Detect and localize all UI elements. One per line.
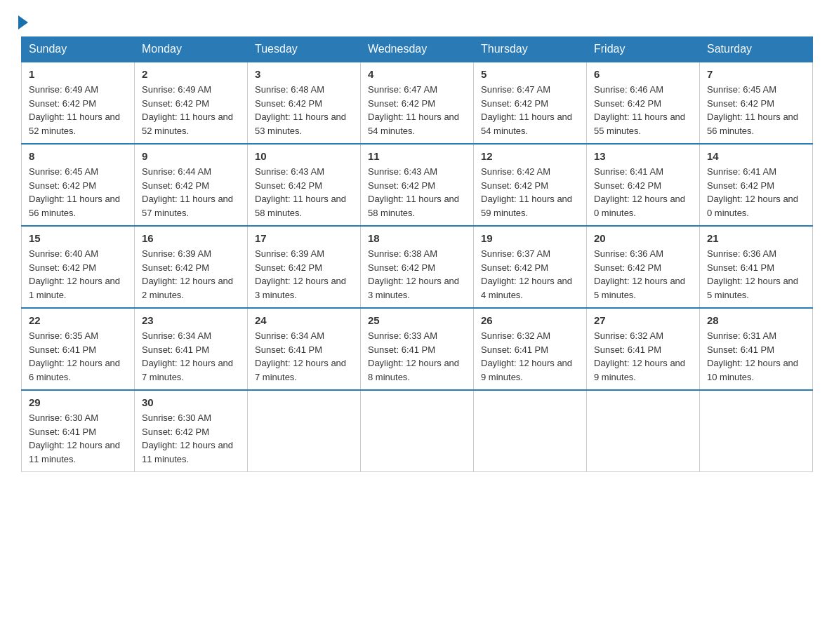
day-number: 23 [142,314,240,326]
calendar-cell: 10 Sunrise: 6:43 AM Sunset: 6:42 PM Dayl… [248,144,361,226]
calendar-cell: 16 Sunrise: 6:39 AM Sunset: 6:42 PM Dayl… [135,226,248,308]
weekday-header-saturday: Saturday [700,37,813,62]
day-info: Sunrise: 6:43 AM Sunset: 6:42 PM Dayligh… [255,165,353,220]
calendar-week-row-3: 15 Sunrise: 6:40 AM Sunset: 6:42 PM Dayl… [22,226,813,308]
calendar-cell: 30 Sunrise: 6:30 AM Sunset: 6:42 PM Dayl… [135,390,248,472]
day-info: Sunrise: 6:40 AM Sunset: 6:42 PM Dayligh… [29,247,127,302]
day-number: 20 [594,232,692,244]
calendar-cell: 15 Sunrise: 6:40 AM Sunset: 6:42 PM Dayl… [22,226,135,308]
calendar-week-row-2: 8 Sunrise: 6:45 AM Sunset: 6:42 PM Dayli… [22,144,813,226]
day-number: 15 [29,232,127,244]
day-info: Sunrise: 6:49 AM Sunset: 6:42 PM Dayligh… [29,83,127,137]
calendar-week-row-1: 1 Sunrise: 6:49 AM Sunset: 6:42 PM Dayli… [22,62,813,144]
day-number: 1 [29,68,127,80]
day-number: 28 [707,314,805,326]
day-info: Sunrise: 6:45 AM Sunset: 6:42 PM Dayligh… [707,83,805,137]
day-info: Sunrise: 6:31 AM Sunset: 6:41 PM Dayligh… [707,329,805,384]
calendar-cell: 12 Sunrise: 6:42 AM Sunset: 6:42 PM Dayl… [474,144,587,226]
day-number: 19 [481,232,579,244]
page-header [21,21,813,29]
calendar-cell [474,390,587,472]
day-info: Sunrise: 6:37 AM Sunset: 6:42 PM Dayligh… [481,247,579,302]
calendar-cell: 2 Sunrise: 6:49 AM Sunset: 6:42 PM Dayli… [135,62,248,144]
calendar-cell: 24 Sunrise: 6:34 AM Sunset: 6:41 PM Dayl… [248,308,361,390]
calendar-cell: 28 Sunrise: 6:31 AM Sunset: 6:41 PM Dayl… [700,308,813,390]
day-info: Sunrise: 6:47 AM Sunset: 6:42 PM Dayligh… [481,83,579,137]
weekday-header-friday: Friday [587,37,700,62]
calendar-table: SundayMondayTuesdayWednesdayThursdayFrid… [21,36,813,472]
day-number: 13 [594,150,692,162]
calendar-cell: 18 Sunrise: 6:38 AM Sunset: 6:42 PM Dayl… [361,226,474,308]
weekday-header-thursday: Thursday [474,37,587,62]
day-info: Sunrise: 6:44 AM Sunset: 6:42 PM Dayligh… [142,165,240,220]
day-number: 12 [481,150,579,162]
day-number: 3 [255,68,353,80]
day-number: 17 [255,232,353,244]
weekday-header-wednesday: Wednesday [361,37,474,62]
day-number: 16 [142,232,240,244]
day-info: Sunrise: 6:47 AM Sunset: 6:42 PM Dayligh… [368,83,466,137]
day-info: Sunrise: 6:48 AM Sunset: 6:42 PM Dayligh… [255,83,353,137]
calendar-week-row-5: 29 Sunrise: 6:30 AM Sunset: 6:41 PM Dayl… [22,390,813,472]
calendar-week-row-4: 22 Sunrise: 6:35 AM Sunset: 6:41 PM Dayl… [22,308,813,390]
day-number: 27 [594,314,692,326]
day-number: 14 [707,150,805,162]
weekday-header-monday: Monday [135,37,248,62]
calendar-cell: 21 Sunrise: 6:36 AM Sunset: 6:41 PM Dayl… [700,226,813,308]
day-info: Sunrise: 6:32 AM Sunset: 6:41 PM Dayligh… [594,329,692,384]
day-number: 11 [368,150,466,162]
calendar-cell: 8 Sunrise: 6:45 AM Sunset: 6:42 PM Dayli… [22,144,135,226]
day-number: 9 [142,150,240,162]
day-number: 5 [481,68,579,80]
day-number: 21 [707,232,805,244]
calendar-cell: 25 Sunrise: 6:33 AM Sunset: 6:41 PM Dayl… [361,308,474,390]
calendar-cell: 4 Sunrise: 6:47 AM Sunset: 6:42 PM Dayli… [361,62,474,144]
calendar-cell: 26 Sunrise: 6:32 AM Sunset: 6:41 PM Dayl… [474,308,587,390]
day-info: Sunrise: 6:30 AM Sunset: 6:41 PM Dayligh… [29,411,127,466]
day-info: Sunrise: 6:36 AM Sunset: 6:41 PM Dayligh… [707,247,805,302]
calendar-cell: 19 Sunrise: 6:37 AM Sunset: 6:42 PM Dayl… [474,226,587,308]
day-info: Sunrise: 6:35 AM Sunset: 6:41 PM Dayligh… [29,329,127,384]
calendar-cell: 17 Sunrise: 6:39 AM Sunset: 6:42 PM Dayl… [248,226,361,308]
day-info: Sunrise: 6:34 AM Sunset: 6:41 PM Dayligh… [142,329,240,384]
day-info: Sunrise: 6:38 AM Sunset: 6:42 PM Dayligh… [368,247,466,302]
calendar-cell: 14 Sunrise: 6:41 AM Sunset: 6:42 PM Dayl… [700,144,813,226]
day-info: Sunrise: 6:45 AM Sunset: 6:42 PM Dayligh… [29,165,127,220]
calendar-cell [248,390,361,472]
calendar-cell [361,390,474,472]
day-number: 24 [255,314,353,326]
day-info: Sunrise: 6:49 AM Sunset: 6:42 PM Dayligh… [142,83,240,137]
weekday-header-sunday: Sunday [22,37,135,62]
day-info: Sunrise: 6:33 AM Sunset: 6:41 PM Dayligh… [368,329,466,384]
day-info: Sunrise: 6:41 AM Sunset: 6:42 PM Dayligh… [594,165,692,220]
calendar-cell [587,390,700,472]
calendar-cell: 23 Sunrise: 6:34 AM Sunset: 6:41 PM Dayl… [135,308,248,390]
calendar-cell: 7 Sunrise: 6:45 AM Sunset: 6:42 PM Dayli… [700,62,813,144]
day-info: Sunrise: 6:32 AM Sunset: 6:41 PM Dayligh… [481,329,579,384]
day-number: 26 [481,314,579,326]
day-info: Sunrise: 6:42 AM Sunset: 6:42 PM Dayligh… [481,165,579,220]
day-info: Sunrise: 6:39 AM Sunset: 6:42 PM Dayligh… [255,247,353,302]
day-number: 22 [29,314,127,326]
day-number: 25 [368,314,466,326]
day-number: 18 [368,232,466,244]
day-number: 30 [142,396,240,408]
day-info: Sunrise: 6:34 AM Sunset: 6:41 PM Dayligh… [255,329,353,384]
day-info: Sunrise: 6:39 AM Sunset: 6:42 PM Dayligh… [142,247,240,302]
day-number: 10 [255,150,353,162]
calendar-cell: 3 Sunrise: 6:48 AM Sunset: 6:42 PM Dayli… [248,62,361,144]
logo-arrow-icon [18,15,28,29]
day-number: 8 [29,150,127,162]
calendar-cell: 6 Sunrise: 6:46 AM Sunset: 6:42 PM Dayli… [587,62,700,144]
day-info: Sunrise: 6:41 AM Sunset: 6:42 PM Dayligh… [707,165,805,220]
calendar-cell: 27 Sunrise: 6:32 AM Sunset: 6:41 PM Dayl… [587,308,700,390]
day-number: 4 [368,68,466,80]
day-number: 29 [29,396,127,408]
weekday-header-tuesday: Tuesday [248,37,361,62]
day-info: Sunrise: 6:46 AM Sunset: 6:42 PM Dayligh… [594,83,692,137]
calendar-cell: 5 Sunrise: 6:47 AM Sunset: 6:42 PM Dayli… [474,62,587,144]
day-number: 6 [594,68,692,80]
day-info: Sunrise: 6:30 AM Sunset: 6:42 PM Dayligh… [142,411,240,466]
logo [21,21,28,29]
day-info: Sunrise: 6:36 AM Sunset: 6:42 PM Dayligh… [594,247,692,302]
